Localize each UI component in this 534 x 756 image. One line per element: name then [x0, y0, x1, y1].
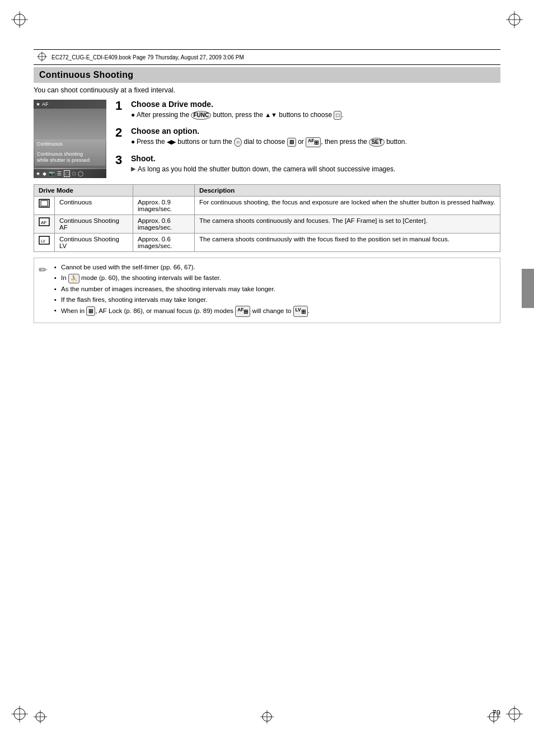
corner-mark-tr	[506, 11, 523, 28]
table-mode-continuous: Continuous	[55, 196, 133, 214]
side-tab	[522, 269, 534, 308]
bottom-mark-center	[260, 710, 274, 725]
cont-icon-a: ⊞	[287, 138, 296, 147]
table-icon-continuous-af: AF	[34, 214, 55, 233]
cont-icon-b: AF⊞	[306, 137, 321, 147]
table-rate-continuous-af: Approx. 0.6 images/sec.	[133, 214, 195, 233]
note-5: ▪ When in ⊞, AF Lock (p. 86), or manual …	[54, 306, 494, 316]
cam-icon-2: ◆	[43, 171, 46, 176]
page: EC272_CUG-E_CDI-E409.book Page 79 Thursd…	[0, 0, 534, 756]
svg-rect-16	[41, 200, 48, 206]
cam-icon-7: ◯	[78, 171, 83, 176]
table-row-continuous-af: AF Continuous Shooting AF Approx. 0.6 im…	[34, 214, 500, 233]
cam-icon-4: ☰	[57, 171, 62, 176]
step-2-bullet-1: ● Press the ◀▶ buttons or turn the ○ dia…	[131, 137, 407, 147]
table-desc-continuous: For continuous shooting, the focus and e…	[195, 196, 500, 214]
step-1-bullet-1: ● After pressing the FUNC button, press …	[131, 110, 344, 120]
camera-image-inner: ★ AF Continuous Continuous shooting whil…	[34, 100, 106, 178]
drive-table: Drive Mode Description Continuous Approx	[34, 184, 500, 252]
camera-image: ★ AF Continuous Continuous shooting whil…	[34, 100, 106, 178]
intro-text: You can shoot continuously at a fixed in…	[34, 86, 500, 94]
table-mode-continuous-lv: Continuous Shooting LV	[55, 233, 133, 251]
header-bar: EC272_CUG-E_CDI-E409.book Page 79 Thursd…	[34, 49, 500, 65]
header-crosshair	[37, 52, 47, 63]
step-3: 3 Shoot. ▶ As long as you hold the shutt…	[115, 154, 500, 175]
bottom-mark-left	[34, 710, 47, 725]
cont-mode-icon: ⊞	[86, 306, 95, 316]
table-mode-continuous-af: Continuous Shooting AF	[55, 214, 133, 233]
set-button: SET	[369, 138, 384, 147]
table-header-desc: Description	[195, 184, 500, 196]
header-text: EC272_CUG-E_CDI-E409.book Page 79 Thursd…	[51, 54, 244, 60]
step-1: 1 Choose a Drive mode. ● After pressing …	[115, 100, 500, 121]
steps-area: ★ AF Continuous Continuous shooting whil…	[34, 100, 500, 181]
step-3-content: Shoot. ▶ As long as you hold the shutter…	[131, 154, 395, 175]
cam-icon-5-selected: □	[64, 170, 70, 177]
table-icon-continuous	[34, 196, 55, 214]
dial-icon: ○	[234, 138, 242, 147]
content-area: Continuous Shooting You can shoot contin…	[34, 67, 500, 700]
af-icon: AF⊞	[235, 306, 250, 316]
svg-text:AF: AF	[41, 220, 46, 225]
table-header-mode: Drive Mode	[34, 184, 133, 196]
cam-icon-1: ★	[36, 171, 40, 176]
bottom-mark-right	[487, 710, 500, 725]
svg-text:LV: LV	[41, 239, 45, 243]
note-3: ▪ As the number of images increases, the…	[54, 284, 494, 294]
notes-box: ✏ ▪ Cannot be used with the self-timer (…	[34, 258, 500, 323]
continuous-icon: □	[334, 111, 341, 120]
step-3-number: 3	[115, 154, 127, 166]
sport-mode-icon: ⛹	[68, 274, 79, 283]
notes-icon: ✏	[39, 263, 47, 278]
section-title: Continuous Shooting	[34, 67, 500, 83]
camera-screen-label1: Continuous	[35, 139, 105, 150]
table-desc-continuous-lv: The camera shoots continuously with the …	[195, 233, 500, 251]
camera-screen-label2-3: Continuous shooting while shutter is pre…	[35, 150, 105, 166]
table-row-continuous-lv: LV Continuous Shooting LV Approx. 0.6 im…	[34, 233, 500, 251]
corner-mark-tl	[11, 11, 28, 28]
step-3-bullet-1: ▶ As long as you hold the shutter button…	[131, 165, 395, 174]
step-1-content: Choose a Drive mode. ● After pressing th…	[131, 100, 344, 121]
cam-icon-3: 📷	[49, 171, 55, 176]
table-rate-continuous: Approx. 0.9 images/sec.	[133, 196, 195, 214]
step-2-body: ● Press the ◀▶ buttons or turn the ○ dia…	[131, 137, 407, 147]
camera-image-icons-row: ★ ◆ 📷 ☰ □ □ ◯	[34, 169, 106, 178]
lv-icon: LV⊞	[293, 306, 308, 316]
table-icon-continuous-lv: LV	[34, 233, 55, 251]
bottom-marks	[0, 710, 534, 725]
step-1-body: ● After pressing the FUNC button, press …	[131, 110, 344, 120]
table-rate-continuous-lv: Approx. 0.6 images/sec.	[133, 233, 195, 251]
step-2-title: Choose an option.	[131, 127, 407, 136]
step-2-content: Choose an option. ● Press the ◀▶ buttons…	[131, 127, 407, 148]
cam-icon-6: □	[72, 171, 75, 176]
note-2: ▪ In ⛹ mode (p. 60), the shooting interv…	[54, 273, 494, 283]
note-1: ▪ Cannot be used with the self-timer (pp…	[54, 263, 494, 272]
steps-list: 1 Choose a Drive mode. ● After pressing …	[115, 100, 500, 181]
step-3-title: Shoot.	[131, 154, 395, 163]
step-1-number: 1	[115, 100, 127, 112]
table-header-rate	[133, 184, 195, 196]
func-button: FUNC	[191, 111, 211, 120]
step-3-body: ▶ As long as you hold the shutter button…	[131, 165, 395, 174]
note-4: ▪ If the flash fires, shooting intervals…	[54, 295, 494, 305]
table-row-continuous: Continuous Approx. 0.9 images/sec. For c…	[34, 196, 500, 214]
step-1-title: Choose a Drive mode.	[131, 100, 344, 109]
step-2-number: 2	[115, 127, 127, 139]
step-2: 2 Choose an option. ● Press the ◀▶ butto…	[115, 127, 500, 148]
table-desc-continuous-af: The camera shoots continuously and focus…	[195, 214, 500, 233]
